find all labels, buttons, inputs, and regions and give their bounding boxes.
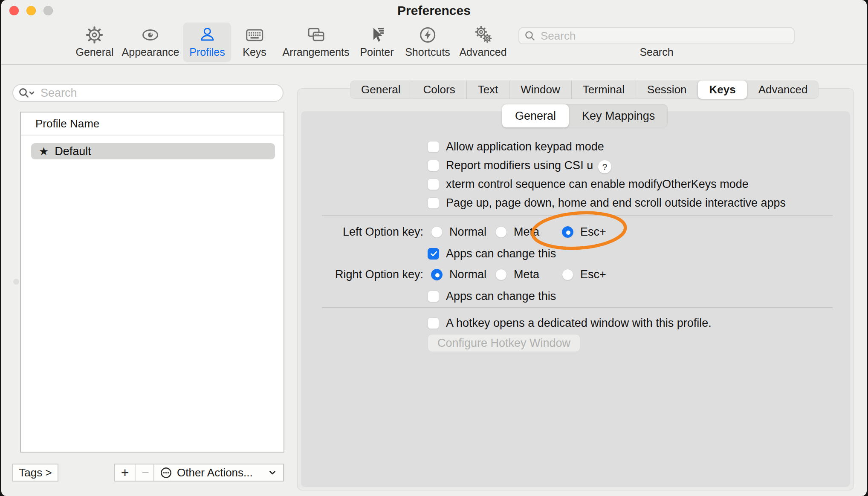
checkbox-page-scroll[interactable]	[428, 197, 439, 209]
other-actions-dropdown[interactable]: Other Actions...	[153, 464, 284, 482]
toolbar-search-input[interactable]	[540, 29, 789, 43]
radio-label: Meta	[514, 268, 539, 281]
radio-label: Esc+	[580, 268, 606, 281]
toolbar-item-keys[interactable]: Keys	[236, 23, 273, 62]
section-divider	[322, 215, 833, 216]
search-icon	[524, 30, 535, 41]
toolbar-item-profiles[interactable]: Profiles	[183, 23, 231, 62]
keys-sub-tabs: General Key Mappings	[502, 104, 668, 127]
subtab-general[interactable]: General	[502, 104, 569, 127]
window-title: Preferences	[1, 3, 867, 18]
add-remove-group: + −	[114, 464, 156, 482]
toolbar-item-label: General	[76, 46, 114, 58]
checkbox-row: Apps can change this	[428, 247, 556, 260]
tab-keys[interactable]: Keys	[698, 81, 747, 99]
checkbox-label: xterm control sequence can enable modify…	[446, 178, 749, 191]
gear-icon	[85, 26, 104, 44]
radio-row: Esc+	[562, 225, 606, 239]
checkbox-row: Allow application keypad mode	[428, 140, 604, 153]
toolbar-item-label: Arrangements	[282, 46, 349, 58]
toolbar-item-label: Shortcuts	[405, 46, 450, 58]
profile-row-default[interactable]: ★ Default	[31, 143, 275, 159]
configure-hotkey-window-button[interactable]: Configure Hotkey Window	[428, 334, 580, 352]
toolbar-item-label: Appearance	[122, 46, 179, 58]
tab-terminal[interactable]: Terminal	[571, 81, 636, 99]
toolbar-item-shortcuts[interactable]: Shortcuts	[399, 23, 457, 62]
tab-text[interactable]: Text	[466, 81, 509, 99]
checkbox-label: Page up, page down, home and end scroll …	[446, 196, 786, 210]
right-option-key-label: Right Option key:	[283, 268, 423, 281]
radio-left-option-esc[interactable]	[562, 226, 573, 238]
toolbar-item-label: Profiles	[189, 46, 225, 58]
toolbar-item-label: Keys	[243, 46, 266, 58]
checkbox-row: Apps can change this	[428, 290, 556, 303]
radio-right-option-normal[interactable]	[431, 269, 443, 280]
toolbar-item-label: Advanced	[459, 46, 506, 58]
checkbox-label: Allow application keypad mode	[446, 140, 604, 153]
profile-section-tabs: General Colors Text Window Terminal Sess…	[350, 81, 819, 99]
tab-colors[interactable]: Colors	[412, 81, 466, 99]
keyboard-icon	[245, 26, 264, 44]
tab-general[interactable]: General	[350, 81, 412, 99]
toolbar-search-caption: Search	[639, 46, 673, 58]
checkbox-row: Page up, page down, home and end scroll …	[428, 196, 786, 210]
checkbox-csi-u[interactable]	[428, 160, 439, 171]
splitter-handle-dot	[13, 279, 19, 285]
checkbox-row: Report modifiers using CSI u	[428, 159, 593, 172]
checkbox-label: Apps can change this	[446, 290, 556, 303]
section-divider	[322, 307, 833, 308]
profile-search-field[interactable]	[12, 84, 284, 102]
search-menu-icon	[18, 87, 36, 98]
checkbox-left-apps-can-change[interactable]	[428, 248, 439, 260]
toolbar-search-field[interactable]	[518, 27, 795, 44]
radio-label: Normal	[449, 268, 486, 281]
radio-right-option-esc[interactable]	[562, 269, 573, 280]
radio-right-option-meta[interactable]	[495, 269, 507, 280]
left-option-key-label: Left Option key:	[283, 225, 423, 239]
cursor-icon	[367, 26, 386, 44]
checkbox-keypad-mode[interactable]	[428, 141, 439, 153]
checkbox-row: xterm control sequence can enable modify…	[428, 178, 749, 191]
chevron-down-icon	[268, 468, 277, 477]
tab-advanced[interactable]: Advanced	[747, 81, 819, 99]
toolbar-item-general[interactable]: General	[69, 23, 120, 62]
radio-row: Esc+	[562, 268, 606, 281]
tab-window[interactable]: Window	[509, 81, 571, 99]
add-profile-button[interactable]: +	[115, 464, 135, 481]
radio-label: Esc+	[580, 225, 606, 239]
radio-label: Normal	[449, 225, 486, 239]
toolbar-divider	[1, 64, 867, 65]
toolbar-item-appearance[interactable]: Appearance	[116, 23, 186, 62]
other-actions-label: Other Actions...	[177, 466, 263, 479]
tab-session[interactable]: Session	[636, 81, 698, 99]
checkbox-row: A hotkey opens a dedicated window with t…	[428, 317, 712, 330]
remove-profile-button[interactable]: −	[135, 464, 155, 481]
radio-label: Meta	[514, 225, 539, 239]
lightning-icon	[418, 26, 437, 44]
star-icon: ★	[39, 146, 49, 157]
checkbox-label: Apps can change this	[446, 247, 556, 260]
eye-icon	[141, 26, 160, 44]
toolbar-item-label: Pointer	[360, 46, 393, 58]
person-icon	[198, 26, 217, 44]
help-button[interactable]: ?	[598, 160, 611, 173]
toolbar-item-pointer[interactable]: Pointer	[353, 23, 400, 62]
subtab-key-mappings[interactable]: Key Mappings	[569, 104, 668, 127]
tags-button[interactable]: Tags >	[12, 464, 58, 482]
gears-icon	[474, 26, 492, 44]
radio-row: Meta	[495, 225, 539, 239]
checkbox-modify-other-keys[interactable]	[428, 179, 439, 190]
radio-row: Normal	[431, 225, 486, 239]
radio-row: Meta	[495, 268, 539, 281]
preferences-window: Preferences General Appearance	[1, 0, 867, 496]
profile-search-input[interactable]	[40, 86, 278, 100]
checkbox-hotkey-window[interactable]	[428, 317, 439, 329]
radio-left-option-normal[interactable]	[431, 226, 443, 238]
checkbox-right-apps-can-change[interactable]	[428, 291, 439, 302]
profile-list-header: Profile Name	[21, 112, 284, 136]
profile-name: Default	[55, 145, 91, 158]
radio-left-option-meta[interactable]	[495, 226, 507, 238]
toolbar-item-advanced[interactable]: Advanced	[453, 23, 513, 62]
ellipsis-circle-icon	[160, 467, 172, 479]
toolbar-item-arrangements[interactable]: Arrangements	[276, 23, 356, 62]
